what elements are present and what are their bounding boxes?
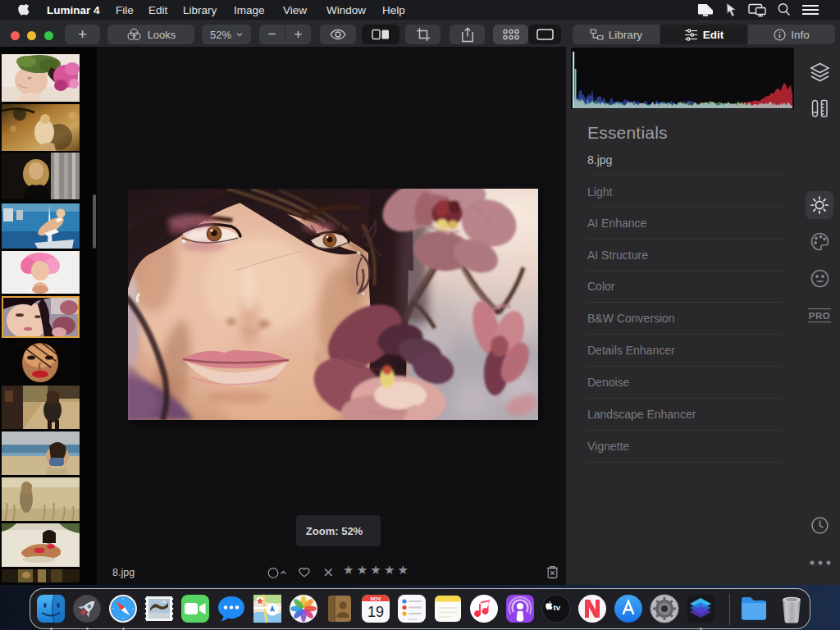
svg-text:tv: tv xyxy=(554,603,561,612)
svg-text:NOV: NOV xyxy=(370,596,381,601)
svg-text:19: 19 xyxy=(368,604,384,620)
